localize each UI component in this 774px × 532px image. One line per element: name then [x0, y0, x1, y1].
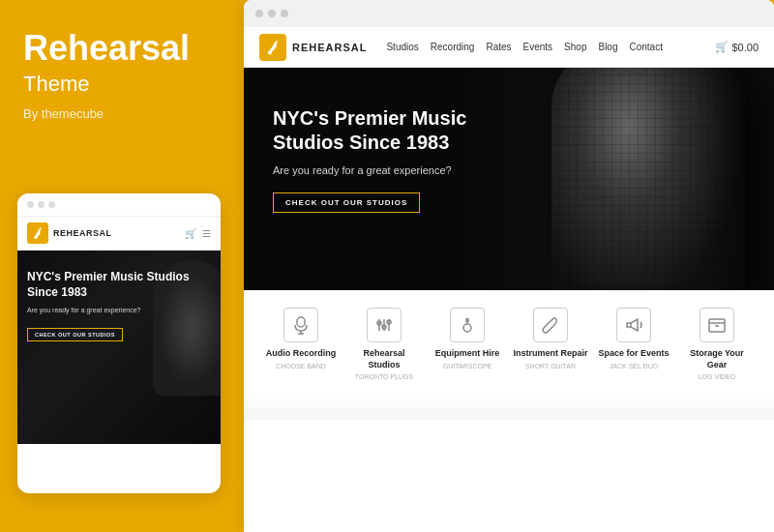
service-desc-0: CHOOSE BAND	[276, 362, 326, 370]
service-item-3: Instrument Repair SHORT GUITAR	[513, 308, 588, 370]
theme-subtitle: Theme	[23, 72, 217, 97]
nav-links: Studios Recording Rates Events Shop Blog…	[386, 42, 715, 52]
cart-icon: 🛒	[715, 41, 729, 53]
service-desc-3: SHORT GUITAR	[525, 362, 576, 370]
services-section: Audio Recording CHOOSE BAND Rehearsal St…	[244, 290, 774, 391]
mobile-preview-card: REHEARSAL 🛒 ☰ NYC's Premier Music Studio…	[17, 193, 221, 493]
mobile-nav-icons: 🛒 ☰	[185, 228, 211, 239]
guitar-icon	[31, 226, 45, 240]
mobile-card-header	[17, 193, 221, 217]
hero-content: NYC's Premier Music Studios Since 1983 A…	[273, 106, 486, 213]
nav-link-recording[interactable]: Recording	[431, 42, 475, 52]
service-icon-5	[700, 308, 734, 342]
service-item-5: Storage Your Gear LOG VIDEO	[679, 308, 755, 381]
mobile-nav: REHEARSAL 🛒 ☰	[17, 217, 221, 251]
service-title-0: Audio Recording	[266, 348, 337, 360]
mobile-hero-title: NYC's Premier Music Studios Since 1983	[27, 270, 211, 300]
browser-dot-3	[281, 10, 288, 17]
site-hero: NYC's Premier Music Studios Since 1983 A…	[244, 68, 774, 290]
nav-link-contact[interactable]: Contact	[629, 42, 662, 52]
svg-point-11	[463, 324, 471, 332]
service-title-2: Equipment Hire	[435, 348, 500, 360]
service-item-1: Rehearsal Studios TORONTO PLUGS	[346, 308, 422, 381]
service-icon-0	[283, 308, 318, 342]
service-icon-3	[533, 308, 568, 342]
theme-title: Rehearsal	[23, 29, 217, 68]
site-logo: REHEARSAL	[259, 34, 367, 61]
mic-grid-texture	[551, 68, 745, 290]
browser-bar	[244, 0, 774, 27]
browser-panel: REHEARSAL Studios Recording Rates Events…	[244, 0, 774, 532]
nav-link-rates[interactable]: Rates	[486, 42, 511, 52]
service-desc-4: JACK SEL DUO	[610, 362, 658, 370]
service-item-2: Equipment Hire GUITARSCOPE	[430, 308, 505, 370]
svg-point-1	[268, 50, 272, 54]
service-title-4: Space for Events	[598, 348, 669, 360]
nav-link-blog[interactable]: Blog	[598, 42, 617, 52]
mobile-dot-3	[48, 201, 55, 208]
hero-title: NYC's Premier Music Studios Since 1983	[273, 106, 486, 155]
mobile-logo-icon	[27, 222, 48, 244]
logo-guitar-icon	[264, 39, 282, 56]
mobile-logo-text: REHEARSAL	[53, 228, 112, 238]
site-logo-icon	[259, 34, 286, 61]
service-desc-5: LOG VIDEO	[699, 372, 736, 381]
service-item-0: Audio Recording CHOOSE BAND	[263, 308, 339, 370]
service-desc-1: TORONTO PLUGS	[355, 372, 413, 381]
svg-rect-2	[297, 317, 305, 327]
service-icon-1	[367, 308, 402, 342]
mobile-cta-button[interactable]: CHECK OUT OUR STUDIOS	[27, 328, 123, 341]
hero-cta-button[interactable]: CHECK OUT OUR STUDIOS	[273, 192, 420, 213]
mobile-hero: NYC's Premier Music Studios Since 1983 A…	[17, 251, 221, 444]
theme-author: By themecube	[23, 106, 217, 121]
service-title-1: Rehearsal Studios	[346, 348, 422, 370]
hero-subtitle: Are you ready for a great experience?	[273, 164, 486, 176]
site-logo-text: REHEARSAL	[292, 42, 367, 53]
mobile-logo-area: REHEARSAL	[27, 222, 185, 244]
services-fade	[244, 391, 774, 420]
mobile-cart-icon[interactable]: 🛒	[185, 228, 196, 239]
mobile-menu-icon[interactable]: ☰	[202, 228, 211, 239]
service-item-4: Space for Events JACK SEL DUO	[596, 308, 671, 370]
site-nav: REHEARSAL Studios Recording Rates Events…	[244, 27, 774, 68]
svg-point-0	[35, 236, 38, 239]
mobile-dot-2	[38, 201, 45, 208]
service-title-3: Instrument Repair	[513, 348, 587, 360]
browser-dot-2	[268, 10, 276, 17]
mobile-hero-subtitle: Are you ready for a great experience?	[27, 306, 211, 315]
mobile-hero-content: NYC's Premier Music Studios Since 1983 A…	[27, 270, 211, 341]
mobile-dot-1	[27, 201, 34, 208]
service-icon-4	[616, 308, 651, 342]
service-title-5: Storage Your Gear	[679, 348, 755, 370]
cart-area[interactable]: 🛒 $0.00	[715, 41, 759, 53]
service-desc-2: GUITARSCOPE	[443, 362, 491, 370]
cart-total: $0.00	[731, 42, 759, 53]
nav-link-studios[interactable]: Studios	[386, 42, 418, 52]
browser-dot-1	[255, 10, 263, 17]
left-panel: Rehearsal Theme By themecube REHEARSAL 🛒	[0, 0, 240, 532]
nav-link-shop[interactable]: Shop	[564, 42, 586, 52]
service-icon-2	[450, 308, 485, 342]
nav-link-events[interactable]: Events	[523, 42, 553, 52]
